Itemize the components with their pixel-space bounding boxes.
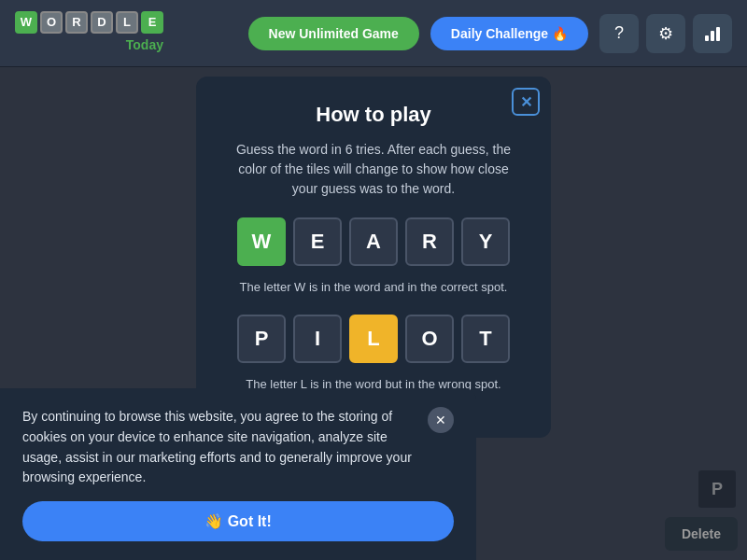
modal-title: How to play xyxy=(230,103,517,127)
modal-description: Guess the word in 6 tries. After each gu… xyxy=(230,140,517,199)
logo-letters: W O R D L E xyxy=(15,11,163,34)
header-icons: ? ⚙ xyxy=(599,14,732,53)
header: W O R D L E Today New Unlimited Game Dai… xyxy=(0,0,747,67)
svg-rect-0 xyxy=(705,35,709,41)
tile-i: I xyxy=(293,315,342,363)
svg-rect-1 xyxy=(711,31,714,41)
tile-o: O xyxy=(405,315,454,363)
cookie-close-button[interactable]: ✕ xyxy=(428,407,454,433)
tile-e: E xyxy=(293,217,342,266)
tile-r: R xyxy=(405,217,454,266)
logo-letter-l: L xyxy=(116,11,138,34)
cookie-header: By continuing to browse this website, yo… xyxy=(22,407,454,488)
modal-close-button[interactable]: ✕ xyxy=(512,88,540,116)
tile-a: A xyxy=(349,217,398,266)
help-icon: ? xyxy=(614,23,624,43)
got-it-button[interactable]: 👋 Got It! xyxy=(22,501,454,541)
logo-letter-o: O xyxy=(40,11,63,34)
logo-container: W O R D L E Today xyxy=(15,11,163,56)
logo-letter-d: D xyxy=(91,11,113,34)
new-unlimited-game-button[interactable]: New Unlimited Game xyxy=(248,17,419,50)
logo-letter-w: W xyxy=(15,11,37,34)
cookie-text: By continuing to browse this website, yo… xyxy=(22,407,413,488)
hint-text-1: The letter W is in the word and in the c… xyxy=(230,279,517,296)
word-row-2: P I L O T xyxy=(230,315,517,363)
word-row-1: W E A R Y xyxy=(230,217,517,266)
cookie-banner: By continuing to browse this website, yo… xyxy=(0,388,476,560)
main-content: P Delete ✕ How to play Guess the word in… xyxy=(0,67,747,560)
logo-today: Today xyxy=(126,37,163,52)
stats-icon xyxy=(703,24,722,43)
stats-button[interactable] xyxy=(693,14,732,53)
tile-y: Y xyxy=(461,217,510,266)
help-button[interactable]: ? xyxy=(599,14,639,53)
logo-wrapper: W O R D L E Today xyxy=(15,11,163,56)
svg-rect-2 xyxy=(716,27,720,41)
settings-icon: ⚙ xyxy=(658,23,673,44)
tile-t: T xyxy=(461,315,510,363)
tile-l: L xyxy=(349,315,398,363)
settings-button[interactable]: ⚙ xyxy=(646,14,685,53)
how-to-play-modal: ✕ How to play Guess the word in 6 tries.… xyxy=(196,77,551,438)
tile-w: W xyxy=(237,217,286,266)
logo-letter-e: E xyxy=(141,11,163,34)
tile-p: P xyxy=(237,315,286,363)
logo-letter-r: R xyxy=(65,11,88,34)
daily-challenge-button[interactable]: Daily Challenge 🔥 xyxy=(430,17,588,50)
